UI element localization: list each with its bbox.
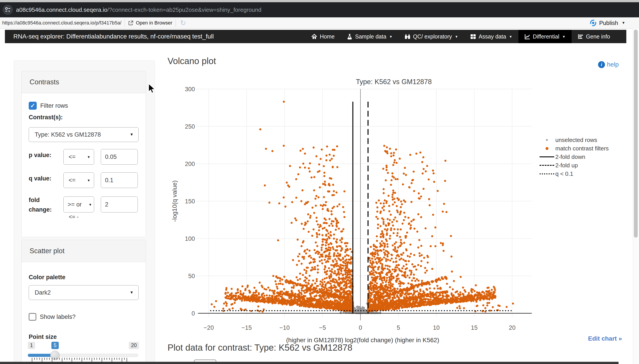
svg-text:50: 50 — [188, 273, 195, 280]
fold-change-operator-overflow: <= - — [69, 214, 78, 220]
slider-tick — [87, 358, 87, 360]
svg-text:Type: K562 vs GM12878: Type: K562 vs GM12878 — [356, 78, 432, 86]
slider-tick — [52, 358, 52, 362]
legend-item-match-filters[interactable]: match contrast filters — [538, 144, 628, 153]
slider-tick — [34, 358, 35, 360]
nav-items: Home Sample data▼ QC/ exploratory▼ Assay… — [305, 30, 616, 43]
info-icon: i — [598, 61, 605, 68]
slider-max-pill: 20 — [129, 342, 139, 349]
legend-item-2fold-up[interactable]: 2-fold up — [538, 161, 628, 170]
slider-tick — [109, 358, 110, 360]
legend-item-2fold-down[interactable]: 2-fold down — [538, 153, 628, 161]
connect-toolbar: https://a08c9546a.connect.cloud.seqera.i… — [0, 17, 639, 29]
dotted-line-icon — [540, 173, 554, 174]
caret-down-icon: ▼ — [130, 132, 134, 137]
solid-line-icon — [540, 156, 554, 157]
svg-text:-log10(q value): -log10(q value) — [171, 180, 178, 222]
slider-tick — [106, 358, 107, 360]
svg-text:150: 150 — [185, 198, 195, 205]
nav-item-gene-info[interactable]: Gene info — [572, 30, 616, 43]
tab-search-icon[interactable] — [3, 5, 13, 15]
slider-tick — [99, 358, 100, 360]
publish-label: Publish — [599, 20, 618, 26]
caret-down-icon: ▼ — [389, 35, 392, 38]
help-link[interactable]: i help — [598, 61, 619, 68]
slider-tick — [59, 358, 60, 360]
svg-text:250: 250 — [185, 123, 195, 130]
slider-tick — [40, 358, 40, 360]
nav-item-assay-data[interactable]: Assay data▼ — [464, 30, 518, 43]
nav-item-sample-data[interactable]: Sample data▼ — [341, 30, 398, 43]
p-value-input[interactable] — [101, 149, 138, 165]
edit-chart-link[interactable]: Edit chart » — [588, 335, 622, 342]
legend-item-q-threshold[interactable]: q < 0.1 — [538, 170, 628, 178]
nav-item-home[interactable]: Home — [305, 30, 341, 43]
open-in-browser-button[interactable]: Open in Browser — [128, 20, 172, 26]
help-label: help — [607, 61, 619, 68]
contrasts-panel: Contrasts ✓ Filter rows Contrast(s): Typ… — [21, 71, 146, 237]
address-bar[interactable]: a08c9546a.connect.cloud.seqera.io/?conne… — [16, 6, 262, 13]
slider-tick — [119, 358, 120, 360]
point-size-slider: 1 5 20 13579111315171920 — [22, 240, 146, 364]
publish-caret-icon: ▼ — [622, 21, 625, 25]
fold-change-label: fold change: — [29, 195, 56, 214]
deployment-url: https://a08c9546a.connect.cloud.seqera.i… — [2, 20, 122, 26]
slider-value-pill: 5 — [52, 342, 59, 349]
publish-button[interactable]: Publish ▼ — [590, 17, 625, 28]
binoculars-icon — [404, 34, 410, 40]
slider-tick — [126, 358, 127, 362]
p-value-operator-select[interactable]: <= ▼ — [64, 149, 94, 165]
slider-tick — [47, 358, 47, 360]
plot-legend: unselected rows match contrast filters 2… — [538, 136, 628, 178]
slider-tick — [79, 358, 80, 360]
slider-tick — [112, 358, 112, 362]
svg-text:5: 5 — [397, 324, 400, 331]
seqera-publish-icon — [590, 19, 597, 27]
contrast-select[interactable]: Type: K562 vs GM12878 ▼ — [29, 127, 138, 142]
orange-dot-icon — [546, 147, 548, 150]
table-icon — [470, 34, 476, 40]
svg-text:300: 300 — [185, 86, 195, 92]
svg-text:0: 0 — [359, 324, 362, 331]
slider-tick — [42, 358, 42, 362]
slider-tick — [89, 358, 90, 360]
slider-tick — [82, 358, 82, 362]
svg-text:15: 15 — [471, 324, 478, 331]
legend-item-unselected[interactable]: unselected rows — [538, 136, 628, 144]
slider-tick — [72, 358, 72, 362]
app-title: RNA-seq explorer: Differentialabundance … — [13, 33, 214, 40]
dashed-line-icon — [540, 165, 554, 166]
slider-tick — [114, 358, 114, 360]
scrollbar-thumb[interactable] — [634, 30, 638, 238]
home-icon — [311, 34, 317, 40]
refresh-icon[interactable]: ↻ — [180, 19, 186, 26]
slider-tick — [74, 358, 75, 360]
fold-change-input[interactable] — [101, 196, 138, 212]
svg-text:200: 200 — [185, 161, 195, 167]
fold-change-operator-select[interactable]: >= or ▼ — [64, 196, 94, 212]
slider-tick — [124, 358, 124, 360]
contrast-select-value: Type: K562 vs GM12878 — [35, 131, 101, 138]
filter-rows-label: Filter rows — [40, 102, 68, 109]
scatter-plot-panel: Scatter plot Color palette Dark2 ▼ Show … — [21, 240, 146, 364]
gray-dot-icon — [546, 139, 548, 141]
slider-tick — [67, 358, 67, 360]
p-value-label: p value: — [29, 152, 52, 159]
slider-tick — [37, 358, 37, 360]
q-value-label: q value: — [29, 175, 52, 182]
nav-item-qc-exploratory[interactable]: QC/ exploratory▼ — [398, 30, 464, 43]
q-value-input[interactable] — [101, 172, 138, 188]
open-in-browser-label: Open in Browser — [136, 20, 172, 26]
filter-rows-checkbox[interactable]: ✓ — [29, 102, 37, 110]
q-value-operator-select[interactable]: <= ▼ — [64, 172, 94, 188]
flask-icon — [347, 34, 353, 40]
volcano-plot-canvas[interactable]: Type: K562 vs GM12878050100150200250300−… — [154, 74, 541, 354]
slider-tick — [62, 358, 62, 362]
slider-tick — [64, 358, 65, 360]
svg-text:−15: −15 — [242, 324, 252, 331]
caret-down-icon: ▼ — [87, 178, 90, 182]
nav-item-differential[interactable]: Differential▼ — [518, 30, 572, 43]
slider-tick — [104, 358, 104, 360]
slider-tick — [96, 358, 97, 360]
slider-tick — [69, 358, 70, 360]
